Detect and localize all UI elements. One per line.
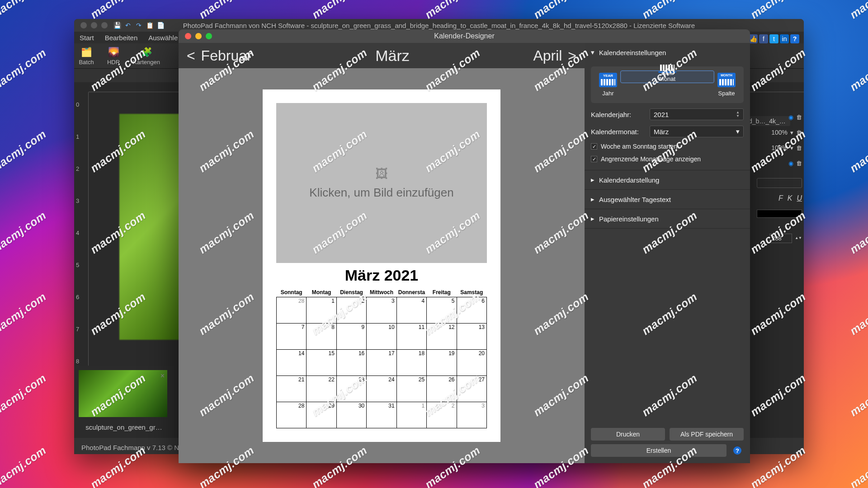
section-calendar-settings[interactable]: ▾ Kalendereinstellungen <box>585 43 750 62</box>
help-icon[interactable]: ? <box>733 446 741 455</box>
undo-icon[interactable]: ↶ <box>124 22 132 29</box>
trash-icon[interactable]: 🗑 <box>796 160 802 167</box>
chevron-down-icon: ▾ <box>736 127 740 136</box>
calendar-day-cell[interactable]: 19 <box>427 350 457 376</box>
tab-edit[interactable]: Bearbeiten <box>105 34 138 42</box>
spinner-arrows-icon[interactable]: ▲▼ <box>736 111 740 118</box>
quick-toolbar: 💾 ↶ ↷ 📋 📄 <box>113 22 165 29</box>
format-underline[interactable]: U <box>797 194 802 202</box>
calendar-day-cell[interactable]: 4 <box>396 297 426 324</box>
tool-cardgen[interactable]: 🧩Kartengen <box>133 46 160 66</box>
chevron-down-icon: ▾ <box>591 48 595 56</box>
calendar-day-cell[interactable]: 7 <box>277 324 307 350</box>
calendar-day-cell[interactable]: 1 <box>307 297 336 324</box>
calendar-day-cell[interactable]: 30 <box>336 402 366 428</box>
size-input[interactable] <box>769 234 792 243</box>
calendar-day-cell[interactable]: 6 <box>457 297 486 324</box>
calendar-day-cell[interactable]: 8 <box>307 324 336 350</box>
paste-icon[interactable]: 📄 <box>156 22 165 29</box>
close-icon[interactable]: × <box>160 372 165 380</box>
calendar-preview-pane: < Februar März April > 🖼 Klicken, um Bil… <box>179 43 585 463</box>
calendar-day-cell[interactable]: 16 <box>336 350 366 376</box>
mode-spalte[interactable]: Spalte <box>714 71 739 99</box>
image-drop-zone[interactable]: 🖼 Klicken, um Bild einzufügen <box>276 103 487 263</box>
calendar-day-cell[interactable]: 29 <box>307 402 336 428</box>
month-select[interactable]: März▾ <box>650 126 744 137</box>
calendar-day-cell[interactable]: 22 <box>307 376 336 402</box>
section-calendar-display[interactable]: ▸Kalenderdarstellung <box>585 170 750 189</box>
calendar-day-cell[interactable]: 25 <box>396 376 426 402</box>
calendar-day-cell[interactable]: 31 <box>367 402 396 428</box>
format-bold[interactable]: F <box>778 194 783 202</box>
calendar-day-cell[interactable]: 18 <box>396 350 426 376</box>
calendar-day-cell[interactable]: 24 <box>367 376 396 402</box>
dropdown-field[interactable] <box>757 178 802 188</box>
calendar-day-cell[interactable]: 11 <box>396 324 426 350</box>
filmstrip-thumb[interactable]: × <box>79 370 167 417</box>
tool-batch[interactable]: 🗂️Batch <box>79 46 94 66</box>
main-traffic-lights[interactable] <box>74 22 108 28</box>
weekday-header: Dienstag <box>336 288 366 297</box>
social-icons: 👍 f t in ? <box>749 34 799 43</box>
color-swatch[interactable] <box>757 210 802 218</box>
redo-icon[interactable]: ↷ <box>135 22 143 29</box>
calendar-mode-icon <box>717 73 736 87</box>
trash-icon[interactable]: 🗑 <box>796 145 802 151</box>
canvas-image[interactable] <box>119 114 183 340</box>
save-icon[interactable]: 💾 <box>113 22 121 29</box>
calendar-day-cell[interactable]: 10 <box>367 324 396 350</box>
calendar-day-cell[interactable]: 9 <box>336 324 366 350</box>
calendar-day-cell[interactable]: 1 <box>396 402 426 428</box>
copy-icon[interactable]: 📋 <box>146 22 154 29</box>
create-button[interactable]: Erstellen <box>591 444 726 457</box>
filmstrip: × sculpture_on_green_gr… <box>74 366 174 438</box>
calendar-day-cell[interactable]: 2 <box>427 402 457 428</box>
opacity-a[interactable]: 100% <box>771 129 788 136</box>
opacity-b[interactable]: 100% <box>771 144 788 151</box>
layer-toggle-icon[interactable]: ◉ <box>788 160 793 167</box>
mode-monat[interactable]: Monat <box>621 71 714 83</box>
tab-start[interactable]: Start <box>80 34 94 42</box>
year-spinner[interactable]: 2021▲▼ <box>650 108 744 120</box>
trash-icon[interactable]: 🗑 <box>796 114 802 121</box>
month-label: Kalendermonat: <box>591 128 645 136</box>
calendar-day-cell[interactable]: 5 <box>427 297 457 324</box>
checkbox-adjacent-days[interactable]: ✓ Angrenzende Monatstage anzeigen <box>591 155 744 163</box>
section-paper-settings[interactable]: ▸Papiereinstellungen <box>585 209 750 228</box>
calendar-day-cell[interactable]: 3 <box>457 402 486 428</box>
view-mode-selector: JahrMonatSpalte <box>591 66 744 103</box>
tool-hdr[interactable]: 🌄HDR <box>106 46 121 66</box>
calendar-day-cell[interactable]: 17 <box>367 350 396 376</box>
calendar-day-cell[interactable]: 20 <box>457 350 486 376</box>
facebook-icon[interactable]: f <box>759 34 768 43</box>
calendar-day-cell[interactable]: 14 <box>277 350 307 376</box>
calendar-day-cell[interactable]: 27 <box>457 376 486 402</box>
calendar-day-cell[interactable]: 2 <box>336 297 366 324</box>
tab-select[interactable]: Auswähle <box>148 34 178 42</box>
save-pdf-button[interactable]: Als PDF speichern <box>670 428 744 441</box>
calendar-day-cell[interactable]: 28 <box>277 402 307 428</box>
like-icon[interactable]: 👍 <box>749 34 758 43</box>
next-month-button[interactable]: April > <box>533 47 576 64</box>
calendar-day-cell[interactable]: 21 <box>277 376 307 402</box>
calendar-day-cell[interactable]: 3 <box>367 297 396 324</box>
layer-toggle-icon[interactable]: ◉ <box>788 114 793 121</box>
prev-month-button[interactable]: < Februar <box>187 47 252 64</box>
calendar-day-cell[interactable]: 28 <box>277 297 307 324</box>
modal-titlebar: Kalender-Designer <box>179 29 750 43</box>
mode-jahr[interactable]: Jahr <box>595 71 621 99</box>
linkedin-icon[interactable]: in <box>780 34 789 43</box>
calendar-day-cell[interactable]: 26 <box>427 376 457 402</box>
calendar-day-cell[interactable]: 12 <box>427 324 457 350</box>
calendar-day-cell[interactable]: 23 <box>336 376 366 402</box>
checkbox-icon: ✓ <box>591 156 597 162</box>
format-italic[interactable]: K <box>788 194 793 202</box>
print-button[interactable]: Drucken <box>591 428 665 441</box>
calendar-day-cell[interactable]: 13 <box>457 324 486 350</box>
help-icon[interactable]: ? <box>790 34 799 43</box>
section-selected-day-text[interactable]: ▸Ausgewählter Tagestext <box>585 190 750 209</box>
trash-icon[interactable]: 🗑 <box>796 129 802 136</box>
checkbox-start-sunday[interactable]: ✓ Woche am Sonntag starten <box>591 143 744 150</box>
calendar-day-cell[interactable]: 15 <box>307 350 336 376</box>
twitter-icon[interactable]: t <box>769 34 778 43</box>
